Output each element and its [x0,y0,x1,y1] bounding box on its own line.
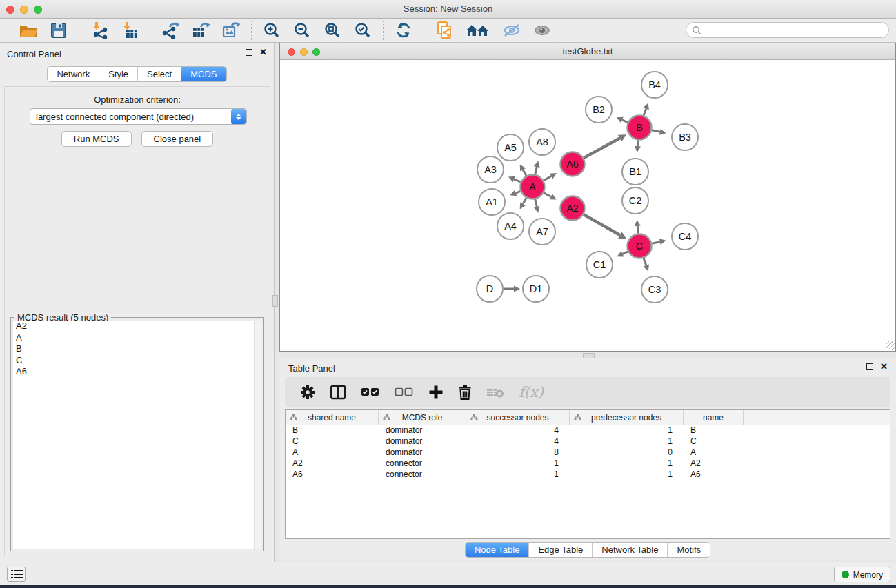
unselect-all-button[interactable] [395,387,414,397]
close-window-button[interactable] [6,6,14,14]
tab-network[interactable]: Network [48,67,99,81]
tab-mcds[interactable]: MCDS [181,67,226,81]
table-cell[interactable]: connector [379,458,466,469]
network-close-button[interactable] [288,48,295,56]
table-cell[interactable]: 1 [570,469,684,480]
refresh-view-button[interactable] [393,21,414,40]
graph-edge-A2-C[interactable] [584,214,620,235]
table-cell[interactable]: C [286,436,379,447]
table-cell[interactable]: 1 [570,458,684,469]
table-options-button[interactable] [300,385,315,400]
delete-table-button[interactable] [486,386,504,398]
float-table-panel-icon[interactable] [866,363,873,370]
delete-column-button[interactable] [458,385,472,400]
table-cell[interactable]: A6 [684,469,744,480]
graph-edge-B-B2[interactable] [622,120,628,123]
table-cell[interactable]: 1 [466,469,570,480]
export-network-button[interactable] [160,21,181,40]
graph-edge-C-C2[interactable] [637,226,638,234]
table-cell[interactable]: 8 [466,447,570,458]
table-row[interactable]: Bdominator41B [286,425,890,436]
horizontal-splitter-grip[interactable] [583,353,595,358]
open-session-button[interactable] [18,21,39,40]
add-column-button[interactable] [428,385,444,400]
table-cell[interactable]: 1 [466,458,570,469]
task-history-button[interactable] [7,567,26,582]
minimize-window-button[interactable] [20,6,28,14]
close-panel-button[interactable]: Close panel [141,131,214,147]
graph-edge-A-A2[interactable] [544,193,550,197]
table-cell[interactable]: 1 [570,436,684,447]
window-resize-grip[interactable] [886,341,895,350]
table-cell[interactable]: B [684,425,744,436]
graph-edge-C-C4[interactable] [652,242,660,243]
function-builder-button[interactable]: f(x) [519,384,544,401]
mcds-result-item[interactable]: B [13,343,254,355]
tab-motifs[interactable]: Motifs [668,543,710,557]
close-panel-icon[interactable]: ✕ [259,49,267,56]
hide-graphics-details-button[interactable] [501,21,522,40]
table-cell[interactable]: dominator [379,436,466,447]
network-minimize-button[interactable] [300,48,308,56]
column-header-successor-nodes[interactable]: successor nodes [466,410,570,425]
table-cell[interactable]: dominator [379,425,466,436]
column-header-shared-name[interactable]: shared name [286,410,379,425]
table-row[interactable]: Cdominator41C [286,436,890,447]
zoom-window-button[interactable] [34,6,42,14]
show-graphics-details-button[interactable] [532,21,552,40]
table-cell[interactable]: 4 [466,425,570,436]
graph-edge-A-A1[interactable] [516,191,521,193]
close-table-panel-icon[interactable]: ✕ [880,363,888,370]
tab-select[interactable]: Select [138,67,181,81]
table-cell[interactable]: connector [379,469,466,480]
network-zoom-button[interactable] [312,48,320,56]
graph-edge-A-A5[interactable] [523,170,526,176]
network-graph[interactable]: AA5A8A3A1A4A7A6A2BB2B4B3B1CC2C4C1C3DD1 [280,60,895,351]
select-all-button[interactable] [361,387,380,397]
mcds-result-list[interactable]: A2ABCA6 [13,321,254,549]
export-image-button[interactable] [221,21,241,40]
graph-edge-A-A6[interactable] [544,176,551,181]
search-input[interactable] [686,22,889,38]
table-cell[interactable]: A2 [684,458,744,469]
mcds-result-item[interactable]: A6 [13,366,254,378]
graph-edge-B-B3[interactable] [652,130,660,132]
tab-node-table[interactable]: Node Table [466,543,530,557]
tab-style[interactable]: Style [99,67,138,81]
graph-edge-A6-B[interactable] [584,139,619,159]
graph-edge-C-C1[interactable] [623,252,628,254]
graph-edge-A-A4[interactable] [523,198,526,204]
zoom-out-button[interactable] [292,21,312,40]
graph-edge-B-B1[interactable] [637,140,638,146]
vertical-splitter-grip[interactable] [272,295,278,307]
birdseye-view-button[interactable] [464,21,492,40]
table-row[interactable]: A6connector11A6 [286,469,890,480]
table-cell[interactable]: A2 [286,458,379,469]
tab-edge-table[interactable]: Edge Table [529,543,593,557]
table-cell[interactable]: 0 [570,447,684,458]
table-cell[interactable]: A [286,447,379,458]
table-cell[interactable]: dominator [379,447,466,458]
table-cell[interactable]: 1 [570,425,684,436]
mcds-result-item[interactable]: C [13,355,254,367]
tab-network-table[interactable]: Network Table [593,543,668,557]
graph-edge-B-B4[interactable] [644,109,646,116]
run-mcds-button[interactable]: Run MCDS [61,131,132,147]
float-panel-icon[interactable] [246,49,252,56]
column-header-predecessor-nodes[interactable]: predecessor nodes [570,410,684,425]
graph-edge-A-A7[interactable] [535,199,537,207]
graph-edge-C-C3[interactable] [644,258,646,265]
zoom-selected-button[interactable] [352,21,373,40]
graph-edge-A-A3[interactable] [514,179,521,182]
criterion-dropdown[interactable]: largest connected component (directed) [30,108,247,125]
zoom-in-button[interactable] [261,21,282,40]
export-table-button[interactable] [190,21,211,40]
graph-edge-A-A8[interactable] [535,167,537,174]
zoom-fit-button[interactable] [322,21,343,40]
mcds-result-item[interactable]: A2 [13,321,254,332]
mcds-result-item[interactable]: A [13,332,254,344]
import-table-button[interactable] [119,21,140,40]
show-columns-button[interactable] [330,385,346,400]
table-cell[interactable]: B [286,425,379,436]
memory-button[interactable]: Memory [834,567,890,582]
